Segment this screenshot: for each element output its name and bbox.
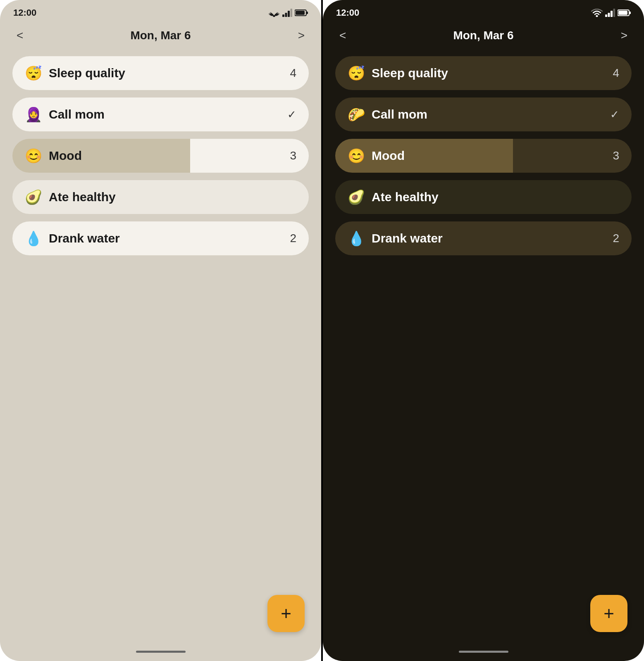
home-indicator-light	[136, 651, 186, 653]
drankwater-value-light: 2	[290, 232, 296, 245]
wifi-icon	[268, 9, 280, 17]
prev-arrow-dark[interactable]: <	[339, 29, 346, 42]
svg-rect-20	[630, 12, 631, 14]
svg-rect-16	[608, 13, 610, 17]
sleep-emoji-light: 😴	[25, 66, 42, 80]
habit-callmom-left-light: 🧕 Call mom	[25, 107, 105, 121]
svg-rect-21	[618, 11, 627, 15]
sleep-label-light: Sleep quality	[49, 66, 125, 80]
habit-sleep-left-dark: 😴 Sleep quality	[348, 66, 448, 80]
svg-rect-12	[307, 12, 308, 14]
items-list-dark: 😴 Sleep quality 4 🌮 Call mom ✓ 😊 Mood 3 …	[323, 52, 644, 651]
battery-icon	[295, 9, 308, 17]
svg-rect-9	[288, 11, 290, 17]
fab-light[interactable]: +	[267, 595, 305, 632]
habit-drankwater-dark[interactable]: 💧 Drank water 2	[335, 221, 632, 255]
callmom-label-dark: Call mom	[372, 107, 427, 121]
phone-dark: 12:00 < Mon, Mar 6 >	[323, 0, 644, 661]
status-bar-dark: 12:00	[323, 0, 644, 22]
habit-mood-left-dark: 😊 Mood	[348, 149, 405, 163]
items-list-light: 😴 Sleep quality 4 🧕 Call mom ✓ 😊 Mood 3 …	[0, 52, 321, 651]
drankwater-label-dark: Drank water	[372, 231, 443, 245]
sleep-value-dark: 4	[613, 67, 619, 80]
prev-arrow-light[interactable]: <	[17, 29, 23, 42]
habit-sleep-left-light: 😴 Sleep quality	[25, 66, 125, 80]
sleep-emoji-dark: 😴	[348, 66, 365, 80]
habit-drankwater-left-light: 💧 Drank water	[25, 231, 120, 245]
drankwater-emoji-light: 💧	[25, 231, 42, 245]
habit-atehealthy-dark[interactable]: 🥑 Ate healthy	[335, 180, 632, 214]
date-light: Mon, Mar 6	[130, 29, 191, 42]
callmom-emoji-light: 🧕	[25, 107, 42, 121]
wifi-icon-dark	[591, 9, 603, 17]
habit-callmom-left-dark: 🌮 Call mom	[348, 107, 427, 121]
habit-atehealthy-left-light: 🥑 Ate healthy	[25, 190, 116, 204]
svg-rect-15	[605, 14, 607, 17]
habit-sleep-dark[interactable]: 😴 Sleep quality 4	[335, 56, 632, 90]
mood-label-light: Mood	[49, 149, 82, 163]
svg-point-14	[596, 15, 598, 17]
habit-mood-left-light: 😊 Mood	[25, 149, 82, 163]
mood-value-dark: 3	[613, 149, 619, 162]
status-icons-dark	[591, 9, 631, 17]
habit-sleep-light[interactable]: 😴 Sleep quality 4	[12, 56, 309, 90]
atehealthy-label-light: Ate healthy	[49, 190, 116, 204]
svg-rect-17	[611, 11, 613, 17]
time-dark: 12:00	[336, 7, 359, 18]
signal-icon	[282, 9, 292, 17]
atehealthy-label-dark: Ate healthy	[372, 190, 439, 204]
svg-rect-10	[291, 9, 293, 17]
callmom-check-dark: ✓	[610, 108, 619, 121]
mood-emoji-light: 😊	[25, 149, 42, 163]
next-arrow-light[interactable]: >	[298, 29, 305, 42]
sleep-label-dark: Sleep quality	[372, 66, 448, 80]
nav-header-dark: < Mon, Mar 6 >	[323, 22, 644, 52]
battery-icon-dark	[618, 9, 631, 17]
habit-callmom-light[interactable]: 🧕 Call mom ✓	[12, 97, 309, 131]
drankwater-label-light: Drank water	[49, 231, 120, 245]
fab-dark[interactable]: +	[590, 595, 627, 632]
habit-atehealthy-left-dark: 🥑 Ate healthy	[348, 190, 439, 204]
signal-icon-dark	[605, 9, 615, 17]
callmom-emoji-dark: 🌮	[348, 107, 365, 121]
callmom-label-light: Call mom	[49, 107, 105, 121]
mood-label-dark: Mood	[372, 149, 405, 163]
drankwater-emoji-dark: 💧	[348, 231, 365, 245]
habit-atehealthy-light[interactable]: 🥑 Ate healthy	[12, 180, 309, 214]
svg-rect-7	[282, 14, 284, 17]
status-bar-light: 12:00	[0, 0, 321, 22]
date-dark: Mon, Mar 6	[453, 29, 513, 42]
nav-header-light: < Mon, Mar 6 >	[0, 22, 321, 52]
status-icons-light	[268, 9, 308, 17]
mood-emoji-dark: 😊	[348, 149, 365, 163]
habit-mood-dark[interactable]: 😊 Mood 3	[335, 139, 632, 173]
svg-rect-8	[285, 13, 287, 17]
callmom-check-light: ✓	[287, 108, 296, 121]
home-indicator-dark	[459, 651, 508, 653]
drankwater-value-dark: 2	[613, 232, 619, 245]
time-light: 12:00	[13, 7, 36, 18]
atehealthy-emoji-dark: 🥑	[348, 190, 365, 204]
svg-rect-18	[613, 9, 615, 17]
svg-rect-13	[296, 11, 305, 15]
atehealthy-emoji-light: 🥑	[25, 190, 42, 204]
mood-value-light: 3	[290, 149, 296, 162]
habit-mood-light[interactable]: 😊 Mood 3	[12, 139, 309, 173]
phone-light: 12:00	[0, 0, 321, 661]
habit-callmom-dark[interactable]: 🌮 Call mom ✓	[335, 97, 632, 131]
next-arrow-dark[interactable]: >	[621, 29, 627, 42]
sleep-value-light: 4	[290, 67, 296, 80]
habit-drankwater-light[interactable]: 💧 Drank water 2	[12, 221, 309, 255]
habit-drankwater-left-dark: 💧 Drank water	[348, 231, 443, 245]
